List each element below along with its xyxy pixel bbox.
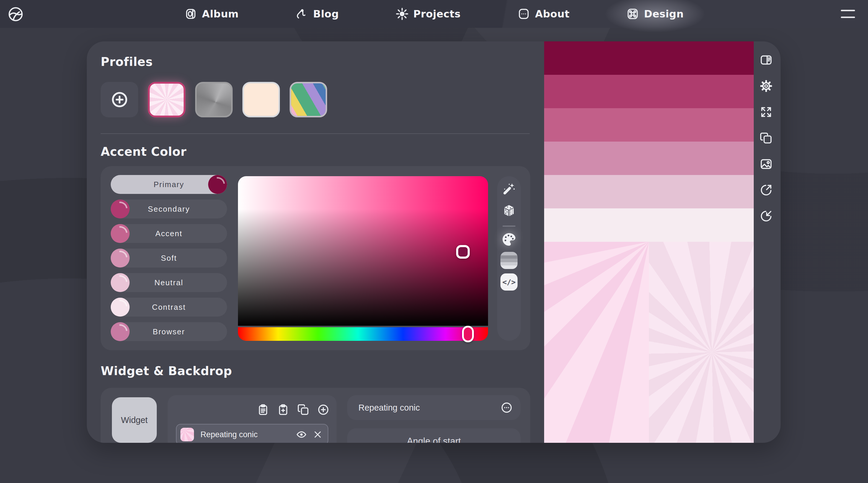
nav-item-album[interactable]: Album bbox=[184, 7, 239, 20]
backdrop-preview-widget-burst bbox=[544, 242, 649, 443]
angle-of-start-label: Angle of start bbox=[407, 436, 461, 443]
nav-label: About bbox=[535, 8, 569, 20]
saturation-handle[interactable] bbox=[456, 245, 470, 259]
palette-preview bbox=[544, 41, 754, 443]
ellipsis-box-icon bbox=[517, 7, 530, 20]
profile-swatch-gray-conic[interactable] bbox=[195, 82, 232, 117]
role-label: Accent bbox=[155, 229, 182, 238]
nav-label: Projects bbox=[413, 8, 461, 20]
layers-panel: Repeating conic bbox=[168, 395, 337, 443]
expand-icon[interactable] bbox=[760, 106, 773, 118]
copy-icon[interactable] bbox=[760, 132, 773, 145]
role-label: Secondary bbox=[148, 204, 190, 214]
nav-label: Blog bbox=[313, 8, 339, 20]
backdrop-type-value: Repeating conic bbox=[359, 403, 420, 413]
palette-stripe bbox=[544, 208, 754, 242]
backdrop-type-select[interactable]: Repeating conic bbox=[347, 395, 521, 420]
nav-item-about[interactable]: About bbox=[517, 7, 569, 20]
export-icon[interactable] bbox=[760, 183, 773, 197]
scribble-icon bbox=[296, 7, 309, 20]
role-pill-contrast[interactable]: Contrast bbox=[111, 298, 227, 317]
color-role-list: Primary Secondary Accent Soft Neutral Co… bbox=[111, 175, 227, 341]
layer-pattern-swatch bbox=[180, 428, 194, 441]
hue-slider[interactable] bbox=[238, 327, 488, 341]
settings-gear-icon[interactable] bbox=[760, 80, 773, 92]
hamburger-icon bbox=[841, 17, 855, 18]
role-pill-accent[interactable]: Accent bbox=[111, 224, 227, 243]
role-pill-neutral[interactable]: Neutral bbox=[111, 273, 227, 292]
widget-preview-card: Widget bbox=[112, 397, 157, 443]
role-pill-secondary[interactable]: Secondary bbox=[111, 200, 227, 219]
grayscale-swatch-icon[interactable] bbox=[500, 252, 518, 269]
widget-backdrop-heading: Widget & Backdrop bbox=[101, 364, 232, 378]
nav-label: Album bbox=[202, 8, 239, 20]
code-icon[interactable]: </> bbox=[500, 274, 518, 290]
layer-name: Repeating conic bbox=[200, 430, 258, 439]
color-swatch bbox=[208, 175, 227, 194]
nav-item-blog[interactable]: Blog bbox=[296, 7, 339, 20]
backdrop-preview-starburst bbox=[649, 242, 754, 443]
plus-circle-icon bbox=[109, 89, 130, 110]
role-pill-primary[interactable]: Primary bbox=[111, 175, 227, 194]
angle-of-start-panel: Angle of start bbox=[347, 428, 521, 443]
nav-label: Design bbox=[644, 8, 684, 20]
layer-row[interactable]: Repeating conic bbox=[176, 424, 328, 443]
image-icon[interactable] bbox=[760, 158, 773, 171]
role-pill-browser[interactable]: Browser bbox=[111, 322, 227, 341]
close-icon[interactable] bbox=[312, 429, 323, 440]
palette-stripe bbox=[544, 175, 754, 208]
reader-panel-icon[interactable] bbox=[760, 54, 773, 66]
dice-icon[interactable] bbox=[502, 204, 516, 218]
eye-icon[interactable] bbox=[296, 429, 307, 440]
layers-toolbar bbox=[257, 403, 330, 416]
role-label: Neutral bbox=[154, 278, 183, 287]
add-layer-icon[interactable] bbox=[317, 403, 330, 416]
nav-item-projects[interactable]: Projects bbox=[396, 7, 461, 20]
topbar: Album Blog bbox=[0, 0, 868, 28]
role-label: Primary bbox=[154, 180, 184, 189]
widget-backdrop-panel: Widget bbox=[101, 388, 530, 443]
side-toolbar bbox=[760, 54, 773, 223]
nav-item-design[interactable]: Design bbox=[626, 7, 684, 20]
palette-icon[interactable] bbox=[501, 232, 517, 247]
color-swatch bbox=[111, 298, 130, 317]
command-icon bbox=[626, 7, 639, 20]
paste-icon[interactable] bbox=[257, 403, 269, 416]
role-label: Contrast bbox=[152, 303, 186, 312]
backdrop-preview bbox=[544, 242, 754, 443]
color-swatch bbox=[111, 249, 130, 267]
import-icon[interactable] bbox=[760, 209, 773, 223]
role-pill-soft[interactable]: Soft bbox=[111, 249, 227, 267]
color-swatch bbox=[111, 200, 130, 219]
duplicate-icon[interactable] bbox=[297, 403, 309, 416]
menu-button[interactable] bbox=[841, 10, 855, 18]
camera-icon bbox=[184, 7, 197, 20]
layer-actions bbox=[296, 429, 323, 440]
picker-tool-rail: </> bbox=[497, 176, 521, 341]
color-swatch bbox=[111, 273, 130, 292]
hamburger-icon bbox=[841, 10, 855, 11]
accent-color-heading: Accent Color bbox=[101, 145, 187, 159]
rail-divider bbox=[502, 226, 516, 227]
profiles-heading: Profiles bbox=[101, 55, 153, 68]
section-divider bbox=[101, 133, 530, 134]
color-swatch bbox=[111, 224, 130, 243]
role-label: Browser bbox=[153, 327, 185, 336]
hue-handle[interactable] bbox=[462, 326, 474, 342]
paste-add-icon[interactable] bbox=[277, 403, 289, 416]
saturation-value-area[interactable] bbox=[238, 176, 488, 326]
palette-stripe bbox=[544, 75, 754, 108]
palette-stripe bbox=[544, 108, 754, 142]
magic-wand-icon[interactable] bbox=[502, 182, 516, 196]
profiles-row bbox=[101, 82, 327, 117]
sun-icon bbox=[396, 7, 409, 20]
main-nav: Album Blog bbox=[0, 0, 868, 28]
profile-swatch-pink-burst[interactable] bbox=[148, 82, 185, 117]
color-swatch bbox=[111, 322, 130, 341]
palette-stripe bbox=[544, 142, 754, 175]
design-settings-card: Profiles Accent Color Primary Secondary bbox=[87, 41, 781, 443]
profile-swatch-rainbow-stripes[interactable] bbox=[290, 82, 327, 117]
profile-swatch-peach[interactable] bbox=[242, 82, 280, 117]
add-profile-button[interactable] bbox=[101, 82, 138, 117]
ellipsis-circle-icon bbox=[500, 401, 513, 414]
